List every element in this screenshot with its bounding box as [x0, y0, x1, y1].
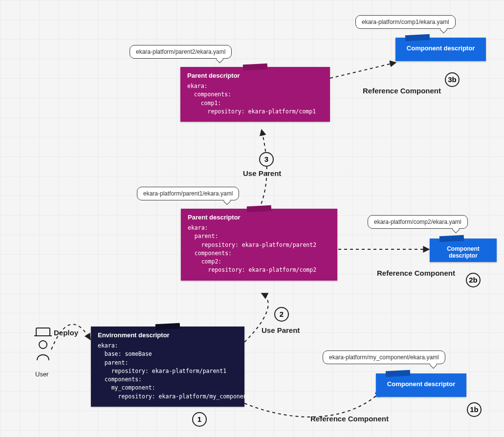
diagram-canvas: User Deploy ekara-platform/parent2/ekara… — [0, 0, 504, 437]
step-1b: 1b — [467, 402, 482, 417]
deploy-label: Deploy — [54, 328, 78, 337]
user-label: User — [35, 371, 48, 378]
file-label-mycomp: ekara-platform/my_component/ekara.yaml — [323, 350, 445, 364]
comp2-card: Component descriptor — [430, 239, 497, 262]
parent2-code: ekara: components: comp1: repository: ek… — [180, 82, 330, 122]
file-label-comp2: ekara-platform/comp2/ekara.yaml — [368, 215, 468, 229]
ref-comp-1b-label: Reference Component — [310, 415, 389, 423]
svg-point-2 — [39, 341, 47, 349]
ref-comp-3b-label: Reference Component — [363, 87, 441, 95]
step-3b: 3b — [445, 72, 460, 87]
step-2b: 2b — [466, 273, 481, 287]
step-1: 1 — [192, 412, 207, 427]
parent2-card: Parent descriptor ekara: components: com… — [180, 67, 330, 122]
step-3: 3 — [259, 152, 274, 167]
use-parent-2-label: Use Parent — [262, 326, 300, 334]
ref-comp-2b-label: Reference Component — [377, 269, 455, 277]
user-icon — [33, 326, 53, 367]
comp1-card: Component descriptor — [395, 38, 486, 61]
use-parent-3-label: Use Parent — [243, 169, 281, 177]
parent1-code: ekara: parent: repository: ekara-platfor… — [181, 224, 337, 281]
file-label-parent2: ekara-platform/parent2/ekara.yaml — [130, 45, 232, 59]
file-label-comp1: ekara-platform/comp1/ekara.yaml — [355, 15, 456, 29]
env-code: ekara: base: someBase parent: repository… — [91, 342, 244, 407]
env-card: Environment descriptor ekara: base: some… — [91, 327, 244, 407]
svg-rect-0 — [36, 328, 50, 336]
comp2-title: Component descriptor — [430, 239, 497, 266]
step-2: 2 — [274, 307, 289, 322]
file-label-parent1: ekara-platform/parent1/ekara.yaml — [137, 187, 239, 200]
mycomp-card: Component descriptor — [376, 373, 466, 397]
parent1-card: Parent descriptor ekara: parent: reposit… — [181, 209, 337, 281]
